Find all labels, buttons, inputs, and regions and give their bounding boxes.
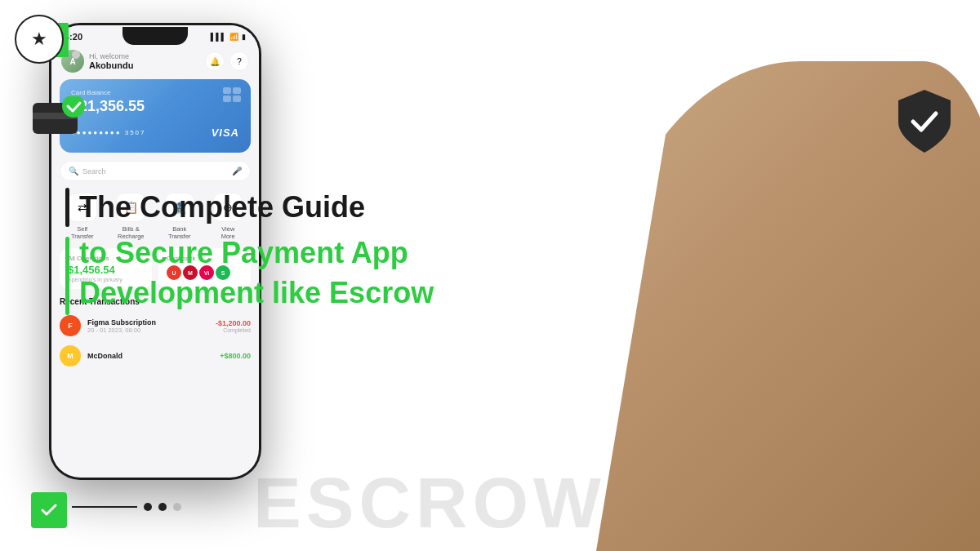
escrow-watermark: ESCROW [253, 461, 606, 544]
dot-3 [173, 503, 181, 511]
card-brand: VISA [212, 127, 239, 139]
title-green-text: to Secure Payment App Development like E… [79, 233, 434, 313]
search-icon: 🔍 [69, 167, 78, 176]
greeting-text: Hi, welcome Akobundu [89, 52, 133, 70]
search-placeholder: Search [82, 167, 106, 176]
battery-icon: ▮ [242, 33, 246, 41]
dot-small-top [72, 51, 80, 59]
figma-logo: F [60, 315, 81, 336]
search-bar[interactable]: 🔍 Search 🎤 [60, 161, 251, 181]
star-icon: ★ [31, 29, 47, 50]
title-bar-black [65, 188, 69, 227]
signal-icon: ▌▌▌ [211, 33, 226, 41]
left-content: The Complete Guide to Secure Payment App… [65, 188, 434, 315]
user-name: Akobundu [89, 60, 133, 70]
card-last4: 3507 [125, 129, 146, 136]
dot-line-decoration [72, 503, 181, 511]
title-bar-green [65, 237, 69, 315]
figma-txn-amount: -$1,200.00 [216, 319, 251, 327]
figma-txn-status: Completed [223, 327, 251, 333]
float-card-icon [33, 96, 90, 141]
mcd-txn-name: McDonald [87, 352, 213, 360]
card-balance-amount: $21,356.55 [71, 98, 239, 115]
help-button[interactable]: ? [229, 51, 249, 71]
search-section: 🔍 Search 🎤 [51, 156, 259, 186]
green-check-box [31, 492, 67, 528]
card-check-svg [33, 96, 90, 141]
card-number-row: ●●●●●●●●● 3507 VISA [71, 127, 239, 139]
phone-notch [122, 27, 188, 45]
mcd-logo: M [60, 345, 81, 367]
transaction-item-mcd: M McDonald +$800.00 [60, 341, 251, 371]
header-icons: 🔔 ? [205, 51, 249, 71]
status-icons: ▌▌▌ 📶 ▮ [211, 33, 246, 41]
star-circle-decoration: ★ [15, 15, 64, 64]
figma-txn-date: 20 - 01 2023, 08:00 [87, 327, 209, 334]
dot-2 [158, 503, 167, 511]
mcd-txn-amount-col: +$800.00 [220, 352, 251, 360]
mcd-txn-info: McDonald [87, 352, 213, 360]
shield-svg [892, 86, 957, 159]
figma-txn-name: Figma Subscription [87, 318, 209, 327]
hi-text: Hi, welcome [89, 52, 133, 60]
title-line1: The Complete Guide [79, 189, 365, 224]
title-line1-container: The Complete Guide [65, 188, 434, 227]
mic-icon: 🎤 [232, 167, 242, 176]
notification-button[interactable]: 🔔 [205, 51, 225, 71]
search-left: 🔍 Search [69, 167, 106, 176]
figma-txn-info: Figma Subscription 20 - 01 2023, 08:00 [87, 318, 209, 334]
dot-1 [144, 503, 152, 511]
app-header: A Hi, welcome Akobundu 🔔 ? [51, 45, 259, 76]
float-shield-right [892, 86, 957, 162]
wifi-icon: 📶 [229, 33, 238, 41]
transaction-item-figma: F Figma Subscription 20 - 01 2023, 08:00… [60, 311, 251, 341]
dot-line-line [72, 506, 137, 508]
card-balance-label: Card Balance [71, 89, 239, 96]
title-line2-part2: Development like Escrow [79, 273, 434, 313]
figma-txn-amount-col: -$1,200.00 Completed [216, 319, 251, 333]
title-line2-part1: to Secure Payment App [79, 233, 434, 273]
title-line2-container: to Secure Payment App Development like E… [65, 233, 434, 315]
mcd-txn-amount: +$800.00 [220, 352, 251, 360]
check-icon [39, 500, 59, 520]
